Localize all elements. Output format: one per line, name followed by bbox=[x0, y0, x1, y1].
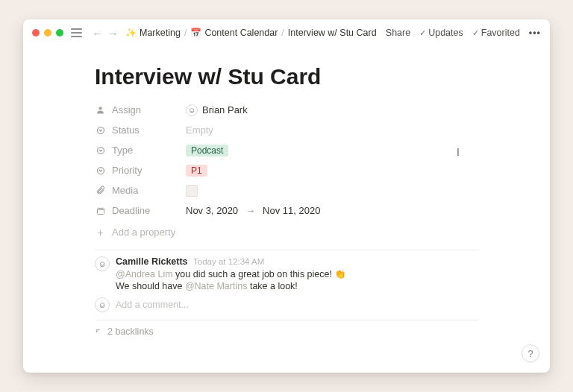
sidebar-toggle-icon[interactable] bbox=[71, 28, 82, 37]
property-row-type: Type Podcast bbox=[95, 140, 478, 160]
property-value-assign[interactable]: ☺ Brian Park bbox=[186, 104, 248, 116]
property-row-media: Media bbox=[95, 180, 478, 200]
comment-text: take a look! bbox=[247, 281, 297, 291]
add-comment-row: ☺ bbox=[95, 297, 478, 312]
comment-author-avatar: ☺ bbox=[95, 256, 110, 271]
current-user-avatar: ☺ bbox=[95, 297, 110, 312]
property-row-status: Status Empty bbox=[95, 120, 478, 140]
topbar: ← → ✨ Marketing / 📅 Content Calendar / I… bbox=[23, 19, 550, 46]
property-label[interactable]: Deadline bbox=[95, 205, 186, 216]
property-label-text: Priority bbox=[112, 165, 142, 176]
property-label[interactable]: Assign bbox=[95, 104, 186, 116]
property-value-type[interactable]: Podcast bbox=[186, 145, 228, 157]
share-label: Share bbox=[386, 28, 410, 38]
svg-point-2 bbox=[97, 147, 104, 154]
comment-line: We should have @Nate Martins take a look… bbox=[116, 281, 346, 291]
property-label[interactable]: Media bbox=[95, 185, 186, 196]
property-label-text: Status bbox=[112, 124, 140, 136]
more-menu-button[interactable]: ••• bbox=[529, 28, 541, 38]
select-icon bbox=[95, 166, 106, 175]
select-icon bbox=[95, 126, 106, 135]
topbar-actions: Share ✓ Updates ✓ Favorited ••• bbox=[386, 28, 541, 38]
mention[interactable]: @Nate Martins bbox=[185, 281, 248, 291]
calendar-icon: 📅 bbox=[190, 28, 201, 38]
comment-time: Today at 12:34 AM bbox=[193, 257, 264, 266]
breadcrumb-label: Content Calendar bbox=[204, 28, 278, 38]
nav-forward-button[interactable]: → bbox=[105, 27, 121, 39]
comment-body: Camille Ricketts Today at 12:34 AM @Andr… bbox=[116, 256, 346, 291]
person-icon bbox=[95, 105, 106, 115]
mention[interactable]: @Andrea Lim bbox=[116, 269, 173, 279]
property-label-text: Assign bbox=[112, 104, 141, 116]
property-row-deadline: Deadline Nov 3, 2020 → Nov 11, 2020 bbox=[95, 200, 478, 221]
status-empty: Empty bbox=[186, 124, 213, 136]
maximize-window-button[interactable] bbox=[56, 29, 63, 37]
help-button[interactable]: ? bbox=[522, 344, 539, 362]
property-value-media[interactable] bbox=[186, 185, 198, 197]
favorited-label: Favorited bbox=[481, 28, 520, 38]
property-value-status[interactable]: Empty bbox=[186, 124, 213, 136]
svg-point-0 bbox=[98, 107, 101, 110]
properties-list: Assign ☺ Brian Park Status Empty bbox=[95, 100, 478, 242]
breadcrumb-content-calendar[interactable]: 📅 Content Calendar bbox=[190, 28, 278, 38]
share-button[interactable]: Share bbox=[386, 28, 410, 38]
comment-header: Camille Ricketts Today at 12:34 AM bbox=[116, 256, 346, 267]
updates-button[interactable]: ✓ Updates bbox=[419, 28, 463, 38]
backlinks-icon bbox=[95, 328, 103, 336]
nav-back-button[interactable]: ← bbox=[90, 27, 105, 39]
property-row-priority: Priority P1 bbox=[95, 160, 478, 180]
property-label-text: Type bbox=[112, 145, 133, 156]
property-label[interactable]: Type bbox=[95, 145, 186, 156]
property-label[interactable]: Priority bbox=[95, 165, 186, 176]
add-property-label: Add a property bbox=[112, 227, 175, 238]
attachment-icon bbox=[95, 186, 106, 195]
divider bbox=[95, 250, 478, 250]
arrow-right-icon: → bbox=[242, 205, 258, 216]
property-label[interactable]: Status bbox=[95, 124, 186, 136]
type-tag: Podcast bbox=[186, 145, 228, 157]
help-label: ? bbox=[527, 348, 533, 359]
backlinks-label: 2 backlinks bbox=[107, 326, 154, 337]
favorited-button[interactable]: ✓ Favorited bbox=[472, 28, 520, 38]
property-value-deadline[interactable]: Nov 3, 2020 → Nov 11, 2020 bbox=[186, 205, 320, 216]
breadcrumb-label: Interview w/ Stu Card bbox=[288, 28, 377, 38]
add-comment-input[interactable] bbox=[116, 300, 478, 310]
plus-icon: + bbox=[95, 227, 106, 238]
minimize-window-button[interactable] bbox=[44, 29, 51, 37]
comment-text: you did such a great job on this piece! bbox=[173, 269, 335, 279]
calendar-icon bbox=[95, 206, 106, 215]
close-window-button[interactable] bbox=[32, 29, 40, 37]
backlinks-button[interactable]: 2 backlinks bbox=[95, 326, 478, 337]
breadcrumb-marketing[interactable]: ✨ Marketing bbox=[125, 28, 181, 38]
svg-rect-4 bbox=[97, 208, 104, 214]
property-label-text: Deadline bbox=[112, 205, 150, 216]
text-cursor-icon: I bbox=[457, 146, 464, 158]
divider bbox=[95, 320, 478, 320]
updates-label: Updates bbox=[428, 28, 463, 38]
select-icon bbox=[95, 146, 106, 155]
comment-line: @Andrea Lim you did such a great job on … bbox=[116, 268, 346, 279]
check-icon: ✓ bbox=[419, 28, 426, 38]
page-title[interactable]: Interview w/ Stu Card bbox=[95, 64, 478, 89]
svg-point-1 bbox=[97, 127, 104, 133]
comment: ☺ Camille Ricketts Today at 12:34 AM @An… bbox=[95, 256, 478, 291]
breadcrumb-separator: / bbox=[184, 28, 187, 38]
breadcrumb-separator: / bbox=[281, 28, 284, 38]
add-property-button[interactable]: + Add a property bbox=[95, 222, 478, 242]
comment-author: Camille Ricketts bbox=[116, 256, 188, 267]
app-window: ← → ✨ Marketing / 📅 Content Calendar / I… bbox=[23, 19, 550, 373]
property-label-text: Media bbox=[112, 185, 138, 196]
deadline-end: Nov 11, 2020 bbox=[263, 205, 320, 216]
priority-tag: P1 bbox=[186, 165, 207, 177]
deadline-start: Nov 3, 2020 bbox=[186, 205, 238, 216]
page-content: Interview w/ Stu Card Assign ☺ Brian Par… bbox=[23, 46, 550, 373]
media-thumbnail bbox=[186, 185, 198, 197]
property-row-assign: Assign ☺ Brian Park bbox=[95, 100, 478, 120]
comment-text: We should have bbox=[116, 281, 185, 291]
user-avatar-icon: ☺ bbox=[186, 104, 198, 116]
breadcrumb-label: Marketing bbox=[140, 28, 181, 38]
check-icon: ✓ bbox=[472, 28, 479, 38]
breadcrumb-current-page[interactable]: Interview w/ Stu Card bbox=[288, 28, 377, 38]
assignee-name: Brian Park bbox=[202, 104, 248, 116]
property-value-priority[interactable]: P1 bbox=[186, 165, 207, 177]
